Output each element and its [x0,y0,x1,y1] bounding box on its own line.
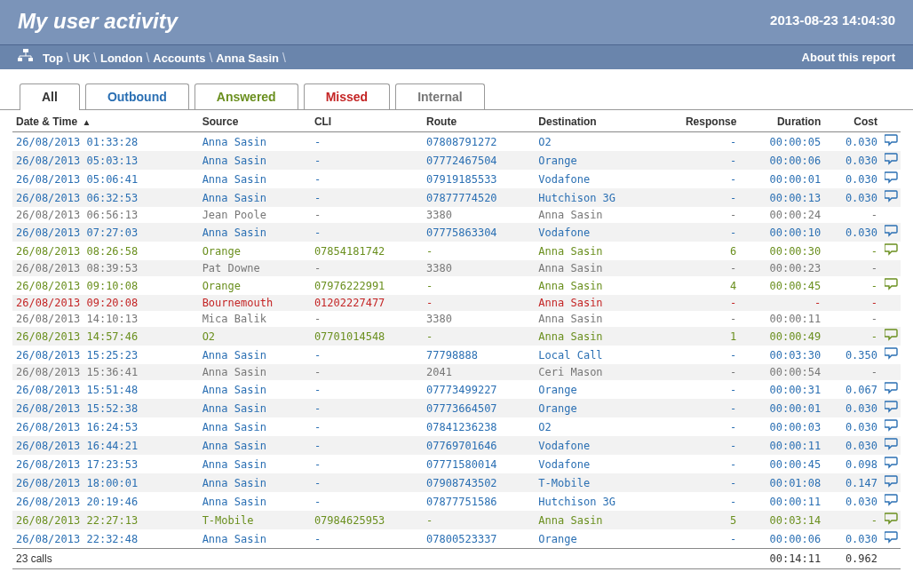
speech-bubble-icon[interactable] [885,513,897,523]
subheader: Top \ UK \ London \ Accounts \ Anna Sasi… [0,44,913,69]
cell-cli: - [311,492,423,511]
col-response[interactable]: Response [656,110,740,132]
annotate-cell[interactable] [881,346,901,364]
speech-bubble-icon[interactable] [885,419,897,430]
cell-cost: 0.147 [824,473,881,492]
speech-bubble-icon[interactable] [885,347,897,358]
breadcrumb-item[interactable]: Anna Sasin [216,52,279,65]
cell-dt: 26/08/2013 05:03:13 [12,151,199,170]
cell-src: Anna Sasin [199,492,311,511]
cell-cli: - [311,132,423,152]
cell-route: - [423,242,535,260]
cell-route: - [423,511,535,529]
cell-resp: - [656,346,740,364]
cell-dur: 00:03:30 [740,346,824,364]
annotate-cell[interactable] [881,327,901,346]
speech-bubble-icon[interactable] [885,190,897,201]
col-route[interactable]: Route [423,110,535,132]
breadcrumb-item[interactable]: London [100,52,143,65]
speech-bubble-icon[interactable] [885,531,897,542]
cell-src: Orange [199,242,311,260]
cell-dest: Vodafone [535,170,656,188]
cell-cost: 0.098 [824,455,881,473]
cell-resp: - [656,492,740,511]
col-datetime[interactable]: Date & Time ▲ [12,110,199,132]
cell-cost: 0.030 [824,170,881,188]
annotate-cell[interactable] [881,242,901,260]
cell-src: O2 [199,327,311,346]
annotate-cell[interactable] [881,436,901,455]
col-duration[interactable]: Duration [740,110,824,132]
cell-dur: 00:01:08 [740,473,824,492]
speech-bubble-icon[interactable] [885,153,897,163]
annotate-cell[interactable] [881,151,901,170]
annotate-cell[interactable] [881,455,901,473]
speech-bubble-icon[interactable] [885,438,897,449]
cell-dt: 26/08/2013 01:33:28 [12,132,199,152]
speech-bubble-icon[interactable] [885,494,897,505]
speech-bubble-icon[interactable] [885,329,897,339]
breadcrumb-item[interactable]: Accounts [153,52,205,65]
speech-bubble-icon[interactable] [885,475,897,486]
cell-dt: 26/08/2013 09:10:08 [12,276,199,295]
table-footer-row: 23 calls 00:14:11 0.962 [12,549,901,569]
speech-bubble-icon[interactable] [885,382,897,393]
table-row: 26/08/2013 09:10:08Orange07976222991-Ann… [12,276,901,295]
col-cli[interactable]: CLI [311,110,423,132]
tab-outbound[interactable]: Outbound [85,83,189,109]
cell-cli: - [311,188,423,207]
breadcrumb: Top \ UK \ London \ Accounts \ Anna Sasi… [18,49,286,66]
annotate-cell[interactable] [881,276,901,295]
speech-bubble-icon[interactable] [885,243,897,254]
cell-cost: - [824,311,881,327]
table-row: 26/08/2013 15:52:38Anna Sasin-0777366450… [12,399,901,417]
annotate-cell[interactable] [881,132,901,152]
cell-cost: - [824,295,881,311]
cell-src: Anna Sasin [199,151,311,170]
cell-dur: 00:00:49 [740,327,824,346]
cell-src: Anna Sasin [199,455,311,473]
col-destination[interactable]: Destination [535,110,656,132]
tab-internal[interactable]: Internal [395,83,485,109]
cell-dest: Anna Sasin [535,311,656,327]
page-timestamp: 2013-08-23 14:04:30 [770,12,895,28]
cell-route: 07841236238 [423,417,535,436]
annotate-cell[interactable] [881,188,901,207]
annotate-cell[interactable] [881,473,901,492]
cell-dest: O2 [535,132,656,152]
speech-bubble-icon[interactable] [885,225,897,235]
cell-cost: - [824,364,881,380]
breadcrumb-item[interactable]: UK [74,52,91,65]
annotate-cell[interactable] [881,170,901,188]
annotate-cell[interactable] [881,223,901,242]
annotate-cell[interactable] [881,399,901,417]
annotate-cell[interactable] [881,417,901,436]
cell-resp: - [656,311,740,327]
tab-all[interactable]: All [20,83,80,110]
breadcrumb-item[interactable]: Top [43,52,63,65]
cell-cost: 0.030 [824,529,881,549]
footer-cost: 0.962 [824,549,881,569]
col-cost[interactable]: Cost [824,110,881,132]
speech-bubble-icon[interactable] [885,457,897,467]
annotate-cell[interactable] [881,492,901,511]
speech-bubble-icon[interactable] [885,134,897,145]
tab-answered[interactable]: Answered [195,83,298,109]
annotate-cell[interactable] [881,529,901,549]
annotate-cell[interactable] [881,380,901,399]
speech-bubble-icon[interactable] [885,401,897,411]
cell-dt: 26/08/2013 15:52:38 [12,399,199,417]
cell-dur: 00:00:01 [740,399,824,417]
cell-cost: 0.030 [824,417,881,436]
cell-dest: Ceri Mason [535,364,656,380]
col-source[interactable]: Source [199,110,311,132]
sort-asc-icon: ▲ [82,117,91,127]
cell-dt: 26/08/2013 15:36:41 [12,364,199,380]
cell-route: - [423,295,535,311]
speech-bubble-icon[interactable] [885,278,897,289]
about-report-link[interactable]: About this report [802,51,895,64]
annotate-cell[interactable] [881,511,901,529]
speech-bubble-icon[interactable] [885,171,897,182]
table-row: 26/08/2013 16:24:53Anna Sasin-0784123623… [12,417,901,436]
tab-missed[interactable]: Missed [304,83,390,109]
